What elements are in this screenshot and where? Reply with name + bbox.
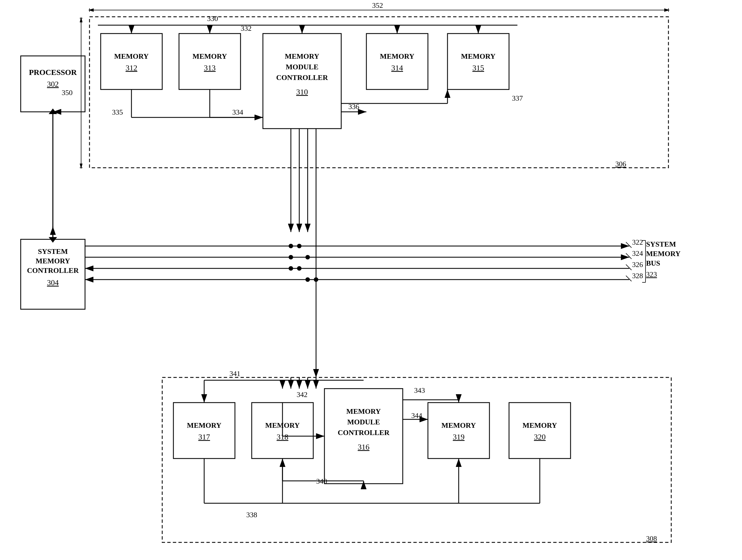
diagram-svg: PROCESSOR 302 SYSTEM MEMORY CONTROLLER 3… [0,0,742,560]
svg-text:MEMORY: MEMORY [187,421,221,430]
svg-text:MEMORY: MEMORY [646,250,681,258]
svg-text:338: 338 [247,511,257,519]
svg-point-111 [297,244,302,248]
svg-text:BUS: BUS [646,259,660,267]
svg-rect-43 [428,403,489,458]
svg-text:310: 310 [296,88,308,96]
svg-text:314: 314 [391,63,403,72]
svg-line-140 [626,253,632,259]
svg-text:MEMORY: MEMORY [461,52,495,60]
svg-point-110 [288,266,293,271]
svg-text:SYSTEM: SYSTEM [38,247,68,256]
svg-text:334: 334 [232,108,243,116]
svg-text:308: 308 [646,535,657,543]
svg-text:332: 332 [241,24,252,33]
svg-rect-29 [447,34,509,90]
svg-text:MODULE: MODULE [286,63,319,71]
svg-point-70 [288,244,293,248]
svg-text:343: 343 [414,386,425,394]
svg-text:MEMORY: MEMORY [36,257,70,265]
svg-line-142 [626,276,632,281]
svg-line-139 [626,242,632,248]
svg-text:MEMORY: MEMORY [441,421,476,430]
svg-text:328: 328 [632,272,643,280]
svg-text:316: 316 [358,443,369,451]
svg-rect-6 [162,378,671,542]
diagram-container: PROCESSOR 302 SYSTEM MEMORY CONTROLLER 3… [0,0,742,560]
svg-text:306: 306 [615,160,626,168]
svg-text:302: 302 [47,80,59,88]
svg-point-73 [305,277,310,282]
svg-text:317: 317 [198,433,210,441]
svg-text:304: 304 [47,278,59,287]
svg-text:337: 337 [512,94,523,102]
svg-text:MEMORY: MEMORY [380,52,415,60]
svg-text:319: 319 [453,433,465,441]
svg-text:MEMORY: MEMORY [114,52,149,60]
svg-text:MEMORY: MEMORY [193,52,227,60]
svg-point-112 [305,255,310,260]
svg-text:MODULE: MODULE [348,418,380,426]
svg-point-72 [297,266,302,271]
svg-marker-88 [88,8,94,12]
svg-text:342: 342 [297,391,308,399]
svg-line-141 [626,265,632,270]
svg-text:MEMORY: MEMORY [346,407,381,415]
svg-text:340: 340 [316,477,327,485]
svg-text:PROCESSOR: PROCESSOR [29,68,77,76]
svg-text:MEMORY: MEMORY [522,421,557,430]
svg-text:322: 322 [632,238,643,246]
svg-rect-20 [101,34,162,90]
svg-marker-84 [80,164,83,169]
svg-point-71 [288,255,293,260]
svg-rect-37 [173,403,235,458]
svg-text:CONTROLLER: CONTROLLER [338,429,389,437]
svg-text:344: 344 [411,411,422,419]
svg-marker-83 [80,17,83,22]
svg-rect-26 [366,34,428,90]
svg-marker-89 [664,8,670,12]
svg-text:SYSTEM: SYSTEM [646,240,676,248]
svg-text:CONTROLLER: CONTROLLER [276,73,328,81]
svg-text:350: 350 [62,89,73,97]
svg-point-113 [314,277,318,282]
svg-text:313: 313 [204,63,216,72]
svg-text:315: 315 [472,63,484,72]
svg-rect-23 [179,34,241,90]
svg-text:341: 341 [230,370,241,378]
svg-text:324: 324 [632,249,643,258]
svg-text:326: 326 [632,261,643,269]
svg-text:CONTROLLER: CONTROLLER [27,267,79,275]
svg-text:323: 323 [646,270,657,278]
svg-text:312: 312 [125,63,137,72]
svg-text:336: 336 [349,103,359,111]
svg-text:335: 335 [112,108,123,116]
svg-text:330: 330 [207,14,218,23]
svg-rect-46 [509,403,571,458]
svg-text:352: 352 [372,1,383,9]
svg-text:MEMORY: MEMORY [285,52,319,60]
svg-text:320: 320 [534,433,546,441]
